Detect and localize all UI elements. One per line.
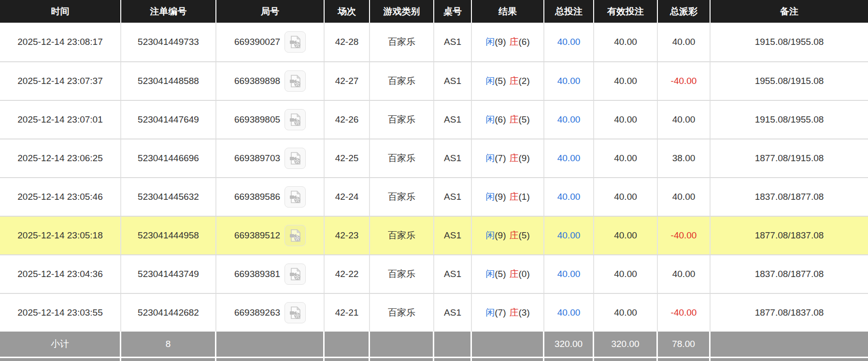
round-id-text: 669389512 [234,230,280,241]
cell-payout: 40.00 [658,101,711,139]
cell-bet-id: 523041448588 [121,62,216,100]
cell-table-no: AS1 [434,294,472,332]
cell-time: 2025-12-14 23:08:17 [0,23,121,61]
replay-video-button[interactable] [285,70,306,92]
cell-game-type: 百家乐 [370,255,434,293]
player-result-score: (9) [495,37,506,47]
banker-result-label: 庄 [510,36,519,48]
cell-session: 42-25 [325,139,370,177]
replay-video-button[interactable] [285,186,306,208]
banker-result-score: (5) [519,230,530,241]
cell-valid-bet: 40.00 [594,23,658,61]
cell-payout: -40.00 [658,62,711,100]
player-result-score: (5) [495,76,506,86]
replay-video-button[interactable] [285,148,306,169]
cell-result: 闲 (9) 庄 (6) [472,23,544,61]
round-id-text: 669389263 [234,307,280,318]
banker-result-label: 庄 [510,152,519,165]
cell-bet-id: 523041445632 [121,178,216,216]
cell-table-no: AS1 [434,62,472,100]
replay-video-button[interactable] [285,302,306,323]
total-row-partial [0,358,868,361]
subtotal-payout: 78.00 [658,332,711,357]
cell-valid-bet: 40.00 [594,62,658,100]
cell-time: 2025-12-14 23:06:25 [0,139,121,177]
cell-result: 闲 (6) 庄 (5) [472,101,544,139]
video-replay-file-icon [288,228,302,243]
round-id-text: 669389703 [234,153,280,164]
table-row[interactable]: 2025-12-14 23:07:37 523041448588 6693898… [0,61,868,100]
table-row[interactable]: 2025-12-14 23:04:36 523041443749 6693893… [0,254,868,293]
table-row[interactable]: 2025-12-14 23:07:01 523041447649 6693898… [0,100,868,139]
subtotal-row: 小计 8 320.00 320.00 78.00 [0,332,868,357]
cell-game-type: 百家乐 [370,101,434,139]
player-result-label: 闲 [485,229,495,242]
banker-result-score: (3) [519,307,530,318]
video-replay-file-icon [288,151,302,166]
header-cell-session: 场次 [325,0,370,23]
cell-round-id: 669389381 [216,255,325,293]
subtotal-valid-bet: 320.00 [594,332,658,357]
round-id-text: 669390027 [234,37,280,47]
video-replay-file-icon [288,305,302,320]
cell-result: 闲 (9) 庄 (1) [472,178,544,216]
table-row[interactable]: 2025-12-14 23:06:25 523041446696 6693897… [0,139,868,177]
cell-payout: -40.00 [658,217,711,254]
subtotal-total-bet: 320.00 [544,332,594,357]
cell-session: 42-28 [325,23,370,61]
cell-round-id: 669389263 [216,294,325,332]
header-cell-table-no: 桌号 [434,0,472,23]
cell-time: 2025-12-14 23:07:37 [0,62,121,100]
table-row[interactable]: 2025-12-14 23:03:55 523041442682 6693892… [0,293,868,332]
cell-total-bet: 40.00 [544,255,594,293]
banker-result-score: (9) [519,153,530,164]
cell-note: 1955.08/1915.08 [711,62,868,100]
table-row[interactable]: 2025-12-14 23:05:46 523041445632 6693895… [0,177,868,216]
table-row[interactable]: 2025-12-14 23:05:18 523041444958 6693895… [0,216,868,254]
round-id-text: 669389381 [234,269,280,279]
cell-game-type: 百家乐 [370,23,434,61]
player-result-score: (6) [495,114,506,125]
cell-table-no: AS1 [434,101,472,139]
banker-result-label: 庄 [510,306,519,319]
cell-total-bet: 40.00 [544,217,594,254]
replay-video-button[interactable] [285,31,306,53]
player-result-score: (5) [495,269,506,279]
round-id-text: 669389898 [234,76,280,86]
player-result-label: 闲 [485,152,495,165]
cell-round-id: 669389586 [216,178,325,216]
table-row[interactable]: 2025-12-14 23:08:17 523041449733 6693900… [0,23,868,61]
cell-session: 42-21 [325,294,370,332]
cell-session: 42-27 [325,62,370,100]
cell-bet-id: 523041446696 [121,139,216,177]
banker-result-label: 庄 [510,229,519,242]
cell-round-id: 669390027 [216,23,325,61]
replay-video-button[interactable] [285,264,306,285]
cell-result: 闲 (5) 庄 (2) [472,62,544,100]
cell-game-type: 百家乐 [370,217,434,254]
replay-video-button[interactable] [285,225,306,246]
subtotal-empty-round [216,332,325,357]
cell-total-bet: 40.00 [544,139,594,177]
cell-note: 1877.08/1837.08 [711,217,868,254]
cell-payout: 40.00 [658,178,711,216]
player-result-label: 闲 [485,191,495,203]
cell-time: 2025-12-14 23:07:01 [0,101,121,139]
cell-time: 2025-12-14 23:05:18 [0,217,121,254]
header-cell-total-bet: 总投注 [544,0,594,23]
header-cell-game-type: 游戏类别 [370,0,434,23]
cell-table-no: AS1 [434,178,472,216]
subtotal-empty-result [472,332,544,357]
banker-result-label: 庄 [510,191,519,203]
replay-video-button[interactable] [285,109,306,130]
cell-table-no: AS1 [434,139,472,177]
cell-payout: 38.00 [658,139,711,177]
cell-result: 闲 (7) 庄 (3) [472,294,544,332]
cell-note: 1915.08/1955.08 [711,101,868,139]
cell-note: 1837.08/1877.08 [711,178,868,216]
cell-bet-id: 523041447649 [121,101,216,139]
subtotal-label: 小计 [0,332,121,357]
header-cell-result: 结果 [472,0,544,23]
cell-session: 42-24 [325,178,370,216]
cell-result: 闲 (7) 庄 (9) [472,139,544,177]
